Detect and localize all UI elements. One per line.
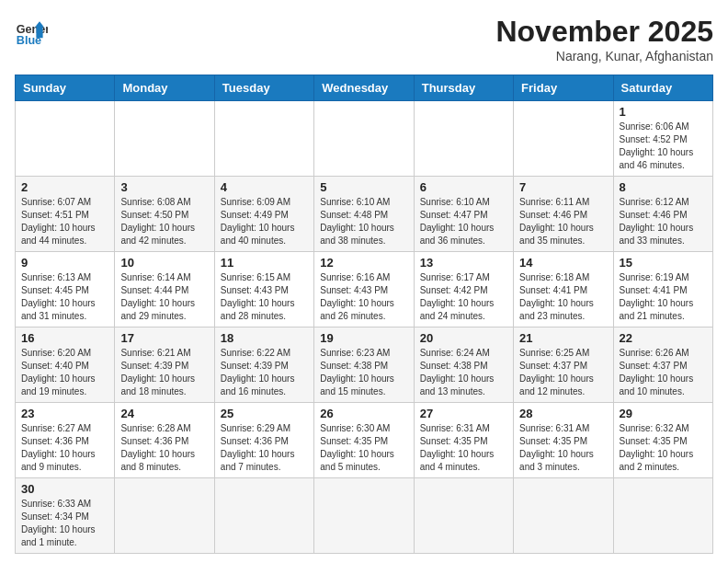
calendar-cell: 28Sunrise: 6:31 AM Sunset: 4:35 PM Dayli… bbox=[514, 403, 613, 478]
calendar-cell: 10Sunrise: 6:14 AM Sunset: 4:44 PM Dayli… bbox=[115, 252, 214, 327]
day-number: 23 bbox=[21, 407, 108, 420]
day-info: Sunrise: 6:18 AM Sunset: 4:41 PM Dayligh… bbox=[519, 271, 607, 323]
day-info: Sunrise: 6:08 AM Sunset: 4:50 PM Dayligh… bbox=[120, 196, 208, 247]
calendar-cell: 16Sunrise: 6:20 AM Sunset: 4:40 PM Dayli… bbox=[16, 327, 115, 403]
day-info: Sunrise: 6:10 AM Sunset: 4:47 PM Dayligh… bbox=[420, 196, 507, 247]
day-number: 7 bbox=[519, 180, 607, 194]
day-number: 27 bbox=[420, 407, 507, 420]
calendar-cell: 6Sunrise: 6:10 AM Sunset: 4:47 PM Daylig… bbox=[414, 177, 513, 252]
calendar-week-row: 9Sunrise: 6:13 AM Sunset: 4:45 PM Daylig… bbox=[16, 252, 713, 327]
weekday-header-monday: Monday bbox=[115, 75, 214, 101]
calendar-cell bbox=[214, 478, 313, 554]
calendar-cell: 7Sunrise: 6:11 AM Sunset: 4:46 PM Daylig… bbox=[514, 177, 613, 252]
day-number: 10 bbox=[120, 256, 208, 270]
day-number: 12 bbox=[320, 256, 407, 270]
calendar-cell: 11Sunrise: 6:15 AM Sunset: 4:43 PM Dayli… bbox=[214, 252, 313, 327]
day-info: Sunrise: 6:23 AM Sunset: 4:38 PM Dayligh… bbox=[320, 347, 407, 398]
day-info: Sunrise: 6:22 AM Sunset: 4:39 PM Dayligh… bbox=[221, 347, 308, 398]
calendar-week-row: 2Sunrise: 6:07 AM Sunset: 4:51 PM Daylig… bbox=[16, 177, 713, 252]
day-number: 4 bbox=[221, 180, 308, 194]
calendar-cell: 29Sunrise: 6:32 AM Sunset: 4:35 PM Dayli… bbox=[613, 403, 712, 478]
day-info: Sunrise: 6:33 AM Sunset: 4:34 PM Dayligh… bbox=[21, 498, 108, 549]
month-title: November 2025 bbox=[495, 15, 713, 49]
logo-icon: General Blue bbox=[15, 15, 48, 48]
day-info: Sunrise: 6:07 AM Sunset: 4:51 PM Dayligh… bbox=[21, 196, 108, 247]
day-info: Sunrise: 6:09 AM Sunset: 4:49 PM Dayligh… bbox=[221, 196, 308, 247]
day-number: 14 bbox=[519, 256, 607, 270]
day-info: Sunrise: 6:28 AM Sunset: 4:36 PM Dayligh… bbox=[120, 422, 208, 474]
day-number: 25 bbox=[221, 407, 308, 420]
calendar-cell bbox=[115, 478, 214, 554]
calendar-cell: 24Sunrise: 6:28 AM Sunset: 4:36 PM Dayli… bbox=[115, 403, 214, 478]
calendar-cell: 22Sunrise: 6:26 AM Sunset: 4:37 PM Dayli… bbox=[613, 327, 712, 403]
calendar-cell: 30Sunrise: 6:33 AM Sunset: 4:34 PM Dayli… bbox=[16, 478, 115, 554]
title-block: November 2025 Narang, Kunar, Afghanistan bbox=[495, 15, 713, 63]
calendar-cell: 13Sunrise: 6:17 AM Sunset: 4:42 PM Dayli… bbox=[414, 252, 513, 327]
calendar-cell: 14Sunrise: 6:18 AM Sunset: 4:41 PM Dayli… bbox=[514, 252, 613, 327]
day-info: Sunrise: 6:24 AM Sunset: 4:38 PM Dayligh… bbox=[420, 347, 507, 398]
calendar-cell: 1Sunrise: 6:06 AM Sunset: 4:52 PM Daylig… bbox=[613, 101, 712, 177]
calendar-cell: 19Sunrise: 6:23 AM Sunset: 4:38 PM Dayli… bbox=[314, 327, 414, 403]
calendar-cell: 9Sunrise: 6:13 AM Sunset: 4:45 PM Daylig… bbox=[16, 252, 115, 327]
calendar-cell bbox=[514, 101, 613, 177]
calendar-week-row: 30Sunrise: 6:33 AM Sunset: 4:34 PM Dayli… bbox=[16, 478, 713, 554]
page-header: General Blue November 2025 Narang, Kunar… bbox=[15, 15, 713, 63]
day-number: 1 bbox=[620, 105, 707, 119]
calendar-cell bbox=[414, 101, 513, 177]
day-number: 15 bbox=[620, 256, 707, 270]
calendar-cell: 23Sunrise: 6:27 AM Sunset: 4:36 PM Dayli… bbox=[16, 403, 115, 478]
day-number: 6 bbox=[420, 180, 507, 194]
calendar-cell bbox=[115, 101, 214, 177]
calendar-cell bbox=[314, 101, 414, 177]
weekday-header-sunday: Sunday bbox=[16, 75, 115, 101]
calendar-cell bbox=[214, 101, 313, 177]
weekday-header-tuesday: Tuesday bbox=[214, 75, 313, 101]
calendar-cell: 17Sunrise: 6:21 AM Sunset: 4:39 PM Dayli… bbox=[115, 327, 214, 403]
weekday-header-wednesday: Wednesday bbox=[314, 75, 414, 101]
calendar-cell bbox=[613, 478, 712, 554]
day-number: 24 bbox=[120, 407, 208, 420]
calendar-week-row: 23Sunrise: 6:27 AM Sunset: 4:36 PM Dayli… bbox=[16, 403, 713, 478]
day-number: 13 bbox=[420, 256, 507, 270]
day-info: Sunrise: 6:20 AM Sunset: 4:40 PM Dayligh… bbox=[21, 347, 108, 398]
calendar-cell: 5Sunrise: 6:10 AM Sunset: 4:48 PM Daylig… bbox=[314, 177, 414, 252]
day-info: Sunrise: 6:19 AM Sunset: 4:41 PM Dayligh… bbox=[620, 271, 707, 323]
day-info: Sunrise: 6:26 AM Sunset: 4:37 PM Dayligh… bbox=[620, 347, 707, 398]
day-info: Sunrise: 6:13 AM Sunset: 4:45 PM Dayligh… bbox=[21, 271, 108, 323]
day-number: 8 bbox=[620, 180, 707, 194]
calendar-week-row: 1Sunrise: 6:06 AM Sunset: 4:52 PM Daylig… bbox=[16, 101, 713, 177]
day-number: 28 bbox=[519, 407, 607, 420]
day-info: Sunrise: 6:27 AM Sunset: 4:36 PM Dayligh… bbox=[21, 422, 108, 474]
day-number: 9 bbox=[21, 256, 108, 270]
day-number: 21 bbox=[519, 331, 607, 345]
day-info: Sunrise: 6:29 AM Sunset: 4:36 PM Dayligh… bbox=[221, 422, 308, 474]
calendar-week-row: 16Sunrise: 6:20 AM Sunset: 4:40 PM Dayli… bbox=[16, 327, 713, 403]
day-info: Sunrise: 6:14 AM Sunset: 4:44 PM Dayligh… bbox=[120, 271, 208, 323]
calendar-cell: 2Sunrise: 6:07 AM Sunset: 4:51 PM Daylig… bbox=[16, 177, 115, 252]
weekday-header-thursday: Thursday bbox=[414, 75, 513, 101]
day-info: Sunrise: 6:10 AM Sunset: 4:48 PM Dayligh… bbox=[320, 196, 407, 247]
calendar-cell: 26Sunrise: 6:30 AM Sunset: 4:35 PM Dayli… bbox=[314, 403, 414, 478]
calendar-cell bbox=[16, 101, 115, 177]
day-number: 11 bbox=[221, 256, 308, 270]
day-number: 5 bbox=[320, 180, 407, 194]
day-number: 29 bbox=[620, 407, 707, 420]
day-info: Sunrise: 6:12 AM Sunset: 4:46 PM Dayligh… bbox=[620, 196, 707, 247]
weekday-header-row: SundayMondayTuesdayWednesdayThursdayFrid… bbox=[16, 75, 713, 101]
calendar-cell: 3Sunrise: 6:08 AM Sunset: 4:50 PM Daylig… bbox=[115, 177, 214, 252]
day-number: 22 bbox=[620, 331, 707, 345]
day-number: 20 bbox=[420, 331, 507, 345]
calendar-cell: 8Sunrise: 6:12 AM Sunset: 4:46 PM Daylig… bbox=[613, 177, 712, 252]
calendar-cell bbox=[514, 478, 613, 554]
calendar-cell: 12Sunrise: 6:16 AM Sunset: 4:43 PM Dayli… bbox=[314, 252, 414, 327]
calendar-cell bbox=[414, 478, 513, 554]
day-number: 18 bbox=[221, 331, 308, 345]
calendar-cell: 4Sunrise: 6:09 AM Sunset: 4:49 PM Daylig… bbox=[214, 177, 313, 252]
weekday-header-friday: Friday bbox=[514, 75, 613, 101]
day-info: Sunrise: 6:11 AM Sunset: 4:46 PM Dayligh… bbox=[519, 196, 607, 247]
weekday-header-saturday: Saturday bbox=[613, 75, 712, 101]
day-info: Sunrise: 6:06 AM Sunset: 4:52 PM Dayligh… bbox=[620, 121, 707, 172]
logo: General Blue bbox=[15, 15, 48, 48]
calendar-cell: 15Sunrise: 6:19 AM Sunset: 4:41 PM Dayli… bbox=[613, 252, 712, 327]
calendar-table: SundayMondayTuesdayWednesdayThursdayFrid… bbox=[15, 75, 713, 554]
